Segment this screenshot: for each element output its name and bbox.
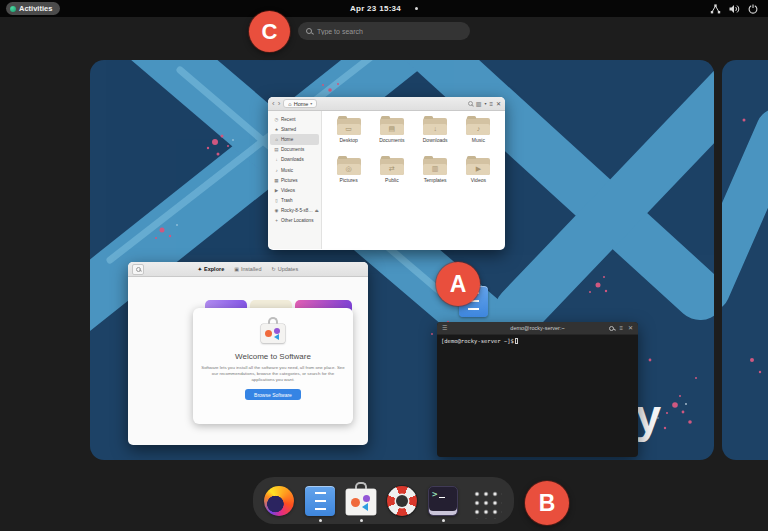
system-status-menu[interactable] bbox=[710, 0, 758, 17]
folder-videos: Videos bbox=[457, 158, 500, 198]
dock-item-firefox[interactable] bbox=[264, 486, 294, 516]
terminal-window-preview[interactable]: ☰ demo@rocky-server:~ ≡ ✕ [demo@rocky-se… bbox=[437, 322, 638, 457]
firefox-icon bbox=[264, 486, 294, 516]
sidebar-item-pictures: Pictures bbox=[270, 175, 319, 185]
folder-pictures: Pictures bbox=[327, 158, 370, 198]
lifebuoy-icon bbox=[387, 486, 417, 516]
top-bar: Activities Apr 23 15:34 bbox=[0, 0, 768, 17]
sidebar-item-recent: Recent bbox=[270, 114, 319, 124]
forward-icon: › bbox=[278, 100, 281, 108]
sidebar-item-music: Music bbox=[270, 165, 319, 175]
app-grid-icon bbox=[472, 489, 502, 519]
tab-explore: Explore bbox=[198, 266, 224, 272]
folder-downloads: Downloads bbox=[414, 118, 457, 158]
folder-icon bbox=[380, 118, 404, 135]
folder-documents: Documents bbox=[370, 118, 413, 158]
activities-button[interactable]: Activities bbox=[6, 2, 60, 15]
files-sidebar: Recent Starred Home Documents Downloads … bbox=[268, 111, 322, 249]
files-folder-grid: Desktop Documents Downloads Music Pictur… bbox=[322, 111, 505, 249]
sidebar-item-starred: Starred bbox=[270, 124, 319, 134]
power-icon bbox=[748, 4, 758, 14]
folder-icon bbox=[380, 158, 404, 175]
welcome-title: Welcome to Software bbox=[193, 352, 353, 361]
folder-desktop: Desktop bbox=[327, 118, 370, 158]
folder-music: Music bbox=[457, 118, 500, 158]
back-icon: ‹ bbox=[272, 100, 275, 108]
eject-icon: ⏏ bbox=[315, 208, 319, 213]
distro-dot-icon bbox=[10, 6, 16, 12]
workspace-preview: ky ‹ › Home ▾ ▥ ▾ ≡ ✕ Recent bbox=[90, 60, 714, 460]
terminal-cursor bbox=[515, 338, 519, 344]
close-icon: ✕ bbox=[496, 101, 501, 107]
annotation-marker-a: A bbox=[436, 262, 480, 306]
search-icon bbox=[609, 326, 614, 331]
search-input[interactable] bbox=[317, 28, 462, 35]
updates-icon bbox=[271, 266, 275, 272]
dock-item-terminal[interactable] bbox=[428, 486, 458, 516]
installed-icon bbox=[234, 266, 239, 272]
home-icon bbox=[288, 101, 291, 107]
sidebar-item-rocky-volume: Rocky-8-5-x8…⏏ bbox=[270, 206, 319, 216]
sidebar-item-downloads: Downloads bbox=[270, 155, 319, 165]
tab-updates: Updates bbox=[271, 266, 298, 272]
search-icon bbox=[306, 28, 312, 34]
folder-icon bbox=[466, 158, 490, 175]
sidebar-item-documents: Documents bbox=[270, 145, 319, 155]
terminal-headerbar: ☰ demo@rocky-server:~ ≡ ✕ bbox=[437, 322, 638, 335]
terminal-content: [demo@rocky-server ~]$ bbox=[437, 335, 638, 347]
files-headerbar: ‹ › Home ▾ ▥ ▾ ≡ ✕ bbox=[268, 97, 505, 111]
folder-icon bbox=[423, 118, 447, 135]
clock[interactable]: Apr 23 15:34 bbox=[350, 4, 401, 13]
view-grid-icon: ▥ bbox=[476, 101, 482, 107]
menu-icon: ≡ bbox=[619, 325, 623, 331]
folder-public: Public bbox=[370, 158, 413, 198]
volume-icon bbox=[729, 4, 740, 14]
chevron-down-icon: ▾ bbox=[310, 101, 312, 106]
search-icon bbox=[468, 101, 473, 106]
dock-item-app-grid[interactable] bbox=[469, 486, 499, 516]
folder-icon bbox=[337, 118, 361, 135]
browse-software-button: Browse Software bbox=[245, 389, 301, 400]
folder-icon bbox=[337, 158, 361, 175]
close-icon: ✕ bbox=[628, 325, 633, 331]
folder-icon bbox=[466, 118, 490, 135]
folder-icon bbox=[423, 158, 447, 175]
annotation-marker-b: B bbox=[525, 481, 569, 525]
software-logo-icon bbox=[261, 321, 285, 343]
activities-label: Activities bbox=[19, 4, 52, 13]
welcome-card: Welcome to Software Software lets you in… bbox=[193, 308, 353, 424]
next-workspace-preview[interactable] bbox=[722, 60, 768, 460]
explore-icon bbox=[198, 266, 202, 272]
dash-dock bbox=[253, 477, 514, 524]
software-headerbar: Explore Installed Updates bbox=[128, 262, 368, 277]
menu-icon: ≡ bbox=[489, 101, 493, 107]
dock-item-files[interactable] bbox=[305, 486, 335, 516]
terminal-prompt: [demo@rocky-server ~]$ bbox=[441, 338, 514, 344]
terminal-icon bbox=[428, 486, 458, 516]
annotation-marker-c: C bbox=[249, 11, 290, 52]
welcome-body: Software lets you install all the softwa… bbox=[200, 365, 346, 383]
sidebar-item-trash: Trash bbox=[270, 196, 319, 206]
sidebar-item-videos: Videos bbox=[270, 185, 319, 195]
activities-overview: Activities Apr 23 15:34 bbox=[0, 0, 768, 531]
sidebar-item-other-locations: Other Locations bbox=[270, 216, 319, 226]
search-bar[interactable] bbox=[298, 22, 470, 40]
sidebar-item-home: Home bbox=[270, 134, 319, 144]
software-icon bbox=[346, 486, 376, 515]
dock-item-help[interactable] bbox=[387, 486, 417, 516]
terminal-title: demo@rocky-server:~ bbox=[437, 325, 638, 331]
software-window-preview[interactable]: Explore Installed Updates Welcome to Sof… bbox=[128, 262, 368, 445]
notification-dot-icon bbox=[415, 7, 418, 10]
folder-templates: Templates bbox=[414, 158, 457, 198]
dock-item-software[interactable] bbox=[346, 486, 376, 516]
breadcrumb-label: Home bbox=[294, 101, 309, 107]
files-window-preview[interactable]: ‹ › Home ▾ ▥ ▾ ≡ ✕ Recent Starred Home bbox=[268, 97, 505, 250]
files-icon bbox=[305, 486, 335, 516]
tab-installed: Installed bbox=[234, 266, 261, 272]
breadcrumb: Home ▾ bbox=[283, 99, 317, 108]
network-wired-icon bbox=[710, 4, 721, 14]
chevron-down-icon: ▾ bbox=[484, 102, 486, 106]
